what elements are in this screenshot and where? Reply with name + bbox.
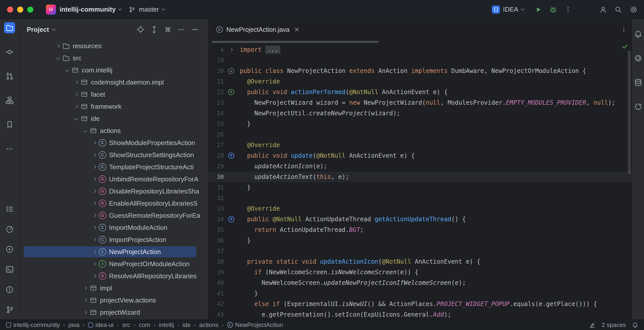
profiler-tool-button[interactable] (4, 224, 15, 235)
overrides-marker-icon[interactable] (224, 214, 238, 225)
chevron-right-icon[interactable] (82, 294, 89, 306)
chevron-down-icon[interactable] (73, 113, 80, 125)
breadcrumb-item[interactable]: intellij-community (6, 321, 60, 328)
tree-row[interactable]: resources (19, 40, 208, 52)
code-line[interactable]: 27 @Override (209, 140, 632, 150)
tree-row[interactable]: CImportModuleAction (19, 222, 208, 234)
code-line[interactable]: 21 @Override (209, 76, 632, 87)
code-line[interactable]: 28 public void update(@NotNull AnActionE… (209, 150, 632, 161)
more-button[interactable] (177, 25, 186, 34)
project-tool-button[interactable] (4, 22, 15, 33)
line-number[interactable]: 25 (209, 119, 224, 129)
overrides-marker-icon[interactable] (224, 150, 238, 161)
tree-row[interactable]: actions (19, 125, 208, 137)
sync-tool-button[interactable] (633, 102, 643, 112)
line-number[interactable]: 37 (209, 246, 224, 256)
more-tool-button[interactable] (4, 143, 15, 154)
chevron-right-icon[interactable] (73, 76, 80, 88)
tree-row[interactable]: framework (19, 100, 208, 113)
code-line[interactable]: 38 private static void updateActionIcon(… (209, 256, 632, 267)
implements-marker-icon[interactable] (224, 87, 238, 97)
chevron-right-icon[interactable] (73, 88, 80, 100)
code-line[interactable]: 42 else if (ExperimentalUI.isNewUI() && … (209, 299, 632, 309)
minimize-window-button[interactable] (17, 7, 23, 13)
database-tool-button[interactable] (633, 77, 643, 88)
code-line[interactable]: 23 NewProjectWizard wizard = new NewProj… (209, 97, 632, 108)
tab-scroll-indicator[interactable] (212, 41, 379, 43)
tree-row[interactable]: GGuessRemoteRepositoryForEa (19, 209, 208, 222)
line-number[interactable]: 26 (209, 129, 224, 140)
version-control-tool-button[interactable] (4, 304, 15, 315)
line-number[interactable]: 29 (209, 161, 224, 172)
chevron-right-icon[interactable] (91, 246, 98, 258)
chevron-right-icon[interactable] (91, 270, 98, 282)
line-number[interactable]: 23 (209, 97, 224, 108)
line-number[interactable]: 35 (209, 225, 224, 235)
structure-tool-button[interactable] (4, 95, 15, 106)
locate-button[interactable] (136, 25, 145, 34)
project-panel-title[interactable]: Project (27, 26, 49, 34)
tree-row[interactable]: CNewProjectAction (19, 246, 208, 258)
chevron-right-icon[interactable] (91, 137, 98, 149)
line-number[interactable]: 27 (209, 140, 224, 150)
chevron-right-icon[interactable] (82, 282, 89, 294)
tree-row[interactable]: CShowModulePropertiesAction (19, 137, 208, 149)
line-number[interactable]: 38 (209, 256, 224, 267)
run-configuration-widget[interactable]: IDEA (488, 3, 527, 17)
code-line[interactable]: 4import ... (209, 44, 632, 55)
run-button[interactable] (534, 6, 542, 13)
line-number[interactable]: 40 (209, 278, 224, 288)
tree-row[interactable]: GUnbindRemoteRepositoryForA (19, 173, 208, 185)
code-line[interactable]: 26 (209, 129, 632, 140)
pull-requests-tool-button[interactable] (4, 71, 15, 82)
tree-row[interactable]: ide (19, 113, 208, 125)
chevron-right-icon[interactable] (91, 222, 98, 234)
breadcrumb-item[interactable]: idea-ui (88, 321, 114, 328)
tree-row[interactable]: CTemplateProjectStructureActi (19, 161, 208, 173)
line-number[interactable]: 42 (209, 299, 224, 309)
tree-row[interactable]: CImportProjectAction (19, 234, 208, 246)
tree-row[interactable]: projectWizard (19, 306, 208, 318)
code-line[interactable]: 32 (209, 193, 632, 203)
breadcrumb-item[interactable]: actions (199, 321, 219, 328)
line-number[interactable]: 22 (209, 87, 224, 97)
tree-row[interactable]: GEnableAllRepositoryLibrariesS (19, 197, 208, 209)
code-line[interactable]: 22 public void actionPerformed(@NotNull … (209, 87, 632, 97)
hide-button[interactable] (191, 25, 199, 34)
editor-options-icon[interactable] (620, 19, 627, 40)
expand-button[interactable] (150, 25, 158, 34)
line-number[interactable]: 43 (209, 309, 224, 319)
bookmarks-tool-button[interactable] (4, 119, 15, 130)
debug-button[interactable] (549, 6, 557, 14)
tree-row[interactable]: CShowStructureSettingsAction (19, 149, 208, 161)
code-line[interactable]: 35 return ActionUpdateThread.BGT; (209, 225, 632, 235)
chevron-right-icon[interactable] (91, 234, 98, 246)
code-line[interactable]: 37 (209, 246, 632, 256)
notifications-tool-button[interactable] (633, 29, 643, 39)
ai-assistant-tool-button[interactable] (633, 53, 643, 63)
line-number[interactable]: 32 (209, 193, 224, 203)
breadcrumb-item[interactable]: CNewProjectAction (227, 321, 283, 328)
editor-vertical-scrollbar[interactable] (628, 50, 631, 174)
line-number[interactable]: 19 (209, 55, 224, 66)
branch-widget[interactable]: master (125, 3, 168, 17)
fold-chevron-icon[interactable] (224, 44, 238, 55)
line-number[interactable]: 28 (209, 150, 224, 161)
code-line[interactable]: 20public class NewProjectAction extends … (209, 66, 632, 76)
services-tool-button[interactable] (4, 244, 15, 255)
code-line[interactable]: 40 NewWelcomeScreen.updateNewProjectIcon… (209, 278, 632, 288)
code-line[interactable]: 29 updateActionIcon(e); (209, 161, 632, 172)
code-line[interactable]: 36 } (209, 235, 632, 246)
highlighting-level-icon[interactable] (589, 322, 596, 328)
code-line[interactable]: 41 } (209, 288, 632, 299)
code-line[interactable]: 39 if (NewWelcomeScreen.isNewWelcomeScre… (209, 267, 632, 278)
code-with-me-user-button[interactable] (599, 6, 607, 14)
tree-row[interactable]: GDisableRepositoryLibrariesSha (19, 185, 208, 197)
line-number[interactable]: 39 (209, 267, 224, 278)
close-tab-icon[interactable] (294, 27, 300, 32)
code-line[interactable]: 30 updateActionText(this, e); (209, 172, 632, 182)
tree-row[interactable]: codeInsight.daemon.impl (19, 76, 208, 88)
code-line[interactable]: 34 public @NotNull ActionUpdateThread ge… (209, 214, 632, 225)
chevron-right-icon[interactable] (82, 306, 89, 318)
project-widget[interactable]: intellij-community (56, 3, 125, 17)
